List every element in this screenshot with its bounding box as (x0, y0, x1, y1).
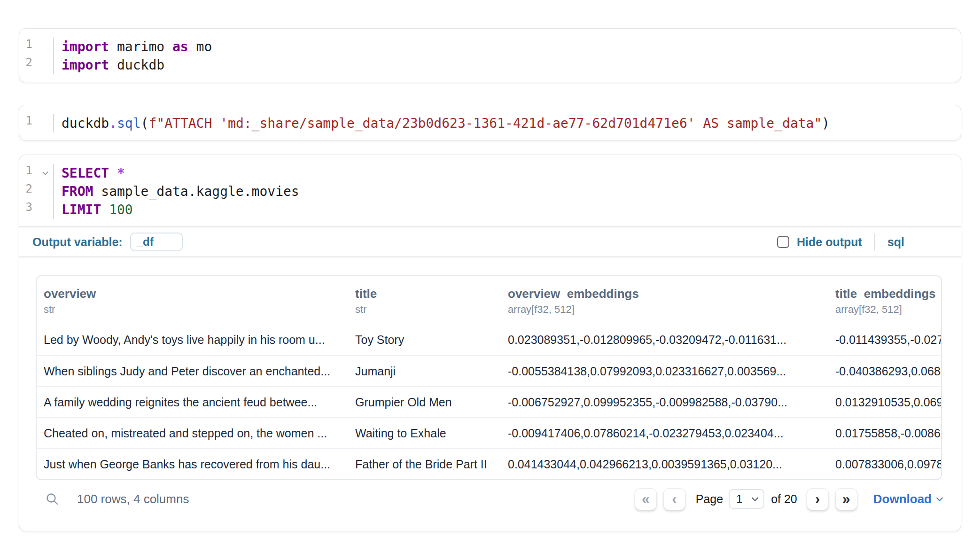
page-count-label: of 20 (771, 492, 797, 506)
table-body: Led by Woody, Andy's toys live happily i… (37, 324, 941, 479)
table-cell: Led by Woody, Andy's toys live happily i… (37, 333, 348, 347)
table-cell: Father of the Bride Part II (348, 458, 501, 471)
pagination: « ‹ Page 1 of 20 › » Download (635, 488, 942, 510)
column-header[interactable]: titlestr (348, 286, 501, 317)
line-numbers-gutter: 123 (19, 164, 54, 219)
page-select[interactable]: 1 (729, 489, 764, 509)
line-number: 2 (19, 182, 53, 201)
line-number: 1 (19, 164, 53, 182)
table-row[interactable]: When siblings Judy and Peter discover an… (37, 355, 941, 386)
table-cell: Grumpier Old Men (348, 396, 501, 409)
row-count-summary: 100 rows, 4 columns (77, 492, 189, 506)
table-cell: A family wedding reignites the ancient f… (37, 396, 348, 409)
chevron-down-icon (752, 494, 758, 501)
results-table: overviewstrtitlestroverview_embeddingsar… (36, 275, 942, 480)
column-header[interactable]: title_embeddingsarray[f32, 512] (828, 286, 941, 317)
line-numbers-gutter: 12 (19, 38, 54, 74)
table-cell: 0.007833006,0.0978013 (828, 458, 941, 471)
column-name: title (355, 286, 501, 302)
code-editor[interactable]: 12 import marimo as moimport duckdb (19, 29, 961, 82)
line-number: 3 (19, 201, 53, 219)
output-variable-label: Output variable: (32, 235, 123, 249)
cell-imports: 12 import marimo as moimport duckdb (19, 28, 961, 82)
table-cell: -0.009417406,0.07860214,-0.023279453,0.0… (501, 427, 828, 440)
table-cell: 0.01755858,-0.00862866 (828, 427, 941, 440)
cell-sql-query: 123 SELECT *FROM sample_data.kaggle.movi… (19, 155, 961, 531)
table-cell: -0.040386293,0.0684511 (828, 365, 941, 378)
line-number: 2 (19, 56, 53, 74)
code-editor[interactable]: 1 duckdb.sql(f"ATTACH 'md:_share/sample_… (19, 105, 961, 140)
code-content[interactable]: SELECT *FROM sample_data.kaggle.moviesLI… (54, 164, 299, 219)
column-type: array[f32, 512] (835, 303, 941, 317)
page-label: Page (696, 492, 723, 506)
output-variable-input[interactable]: _df (130, 233, 183, 251)
download-label: Download (873, 492, 932, 506)
first-page-button[interactable]: « (635, 488, 657, 510)
code-content[interactable]: duckdb.sql(f"ATTACH 'md:_share/sample_da… (54, 114, 830, 132)
prev-page-button[interactable]: ‹ (663, 488, 685, 510)
last-page-button[interactable]: » (835, 488, 857, 510)
column-header[interactable]: overviewstr (37, 286, 348, 317)
table-row[interactable]: Led by Woody, Andy's toys live happily i… (37, 324, 941, 355)
code-content[interactable]: import marimo as moimport duckdb (54, 38, 212, 74)
table-row[interactable]: Cheated on, mistreated and stepped on, t… (37, 417, 941, 448)
fold-chevron-icon[interactable] (42, 169, 48, 175)
download-button[interactable]: Download (873, 492, 942, 506)
column-name: overview (44, 286, 348, 302)
next-page-button[interactable]: › (807, 488, 829, 510)
hide-output-checkbox[interactable] (777, 236, 789, 248)
table-cell: 0.0132910535,0.069585 (828, 396, 941, 409)
table-cell: 0.023089351,-0.012809965,-0.03209472,-0.… (501, 333, 828, 347)
divider (874, 233, 875, 250)
table-toolbar: 100 rows, 4 columns « ‹ Page 1 of 20 › » (36, 486, 942, 512)
column-name: overview_embeddings (508, 286, 828, 302)
cell-attach-db: 1 duckdb.sql(f"ATTACH 'md:_share/sample_… (19, 105, 961, 140)
page-select-value: 1 (736, 492, 742, 506)
table-row[interactable]: A family wedding reignites the ancient f… (37, 386, 941, 417)
column-header[interactable]: overview_embeddingsarray[f32, 512] (501, 286, 828, 317)
table-cell: Waiting to Exhale (348, 427, 501, 440)
cell-language-badge[interactable]: sql (887, 235, 904, 249)
table-header: overviewstrtitlestroverview_embeddingsar… (37, 276, 941, 324)
column-type: str (355, 303, 501, 317)
column-type: str (44, 303, 348, 317)
line-number: 1 (19, 38, 53, 56)
hide-output-label[interactable]: Hide output (797, 235, 862, 249)
chevron-down-icon (936, 494, 943, 501)
cell-output: overviewstrtitlestroverview_embeddingsar… (19, 275, 961, 531)
cell-footer: Output variable: _df Hide output sql (19, 226, 961, 257)
table-cell: -0.006752927,0.099952355,-0.009982588,-0… (501, 396, 828, 409)
table-cell: Jumanji (348, 365, 501, 378)
column-name: title_embeddings (835, 286, 941, 302)
notebook: 12 import marimo as moimport duckdb 1 du… (0, 0, 980, 531)
search-icon[interactable] (45, 492, 59, 506)
code-editor[interactable]: 123 SELECT *FROM sample_data.kaggle.movi… (19, 155, 961, 226)
table-cell: Just when George Banks has recovered fro… (37, 458, 348, 471)
table-row[interactable]: Just when George Banks has recovered fro… (37, 448, 941, 479)
table-cell: -0.0055384138,0.07992093,0.023316627,0.0… (501, 365, 828, 378)
table-cell: 0.041433044,0.042966213,0.0039591365,0.0… (501, 458, 828, 471)
line-numbers-gutter: 1 (19, 114, 54, 132)
line-number: 1 (19, 114, 53, 132)
table-cell: When siblings Judy and Peter discover an… (37, 365, 348, 378)
table-cell: Toy Story (348, 333, 501, 347)
table-cell: -0.011439355,-0.027525 (828, 333, 941, 347)
column-type: array[f32, 512] (508, 303, 828, 317)
table-cell: Cheated on, mistreated and stepped on, t… (37, 427, 348, 440)
